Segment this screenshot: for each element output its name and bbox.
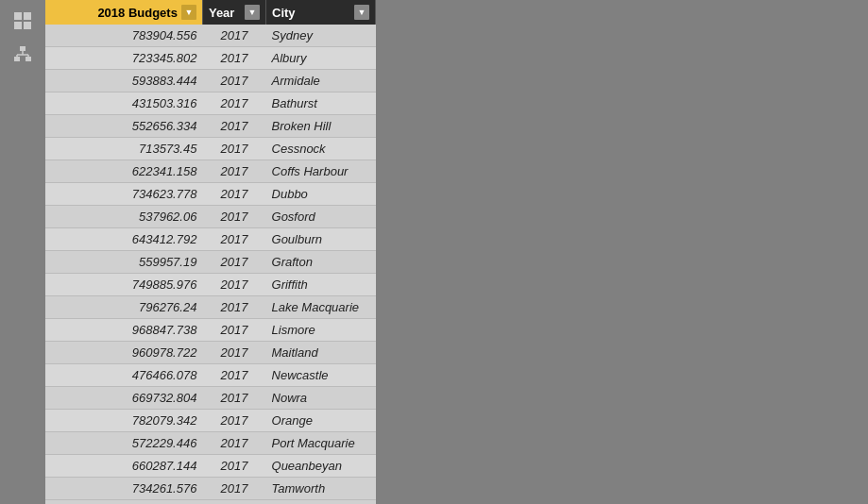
budget-dropdown-arrow[interactable]: ▼ — [181, 5, 196, 20]
table-row: 572229.4462017Port Macquarie — [45, 432, 376, 455]
column-header-city[interactable]: City ▼ — [266, 0, 376, 25]
cell-budget: 572229.446 — [45, 432, 202, 455]
cell-budget: 660287.144 — [45, 455, 202, 478]
cell-city: Newcastle — [266, 364, 376, 387]
cell-city: Lake Macquarie — [266, 296, 376, 319]
cell-year: 2017 — [202, 47, 265, 70]
table-row: 431503.3162017Bathurst — [45, 92, 376, 115]
left-panel — [0, 0, 45, 504]
cell-city: Sydney — [266, 25, 376, 47]
svg-rect-3 — [24, 22, 31, 29]
cell-year: 2017 — [202, 183, 265, 206]
table-row: 593883.4442017Armidale — [45, 70, 376, 92]
cell-budget: 749885.976 — [45, 274, 202, 296]
cell-budget: 734623.778 — [45, 183, 202, 206]
table-row: 559957.192017Grafton — [45, 251, 376, 274]
cell-budget: 559957.19 — [45, 251, 202, 274]
svg-rect-4 — [20, 46, 26, 51]
cell-budget: 960978.722 — [45, 342, 202, 364]
cell-city: Port Macquarie — [266, 432, 376, 455]
table-row: 476466.0782017Newcastle — [45, 364, 376, 387]
cell-year: 2017 — [202, 432, 265, 455]
cell-year: 2017 — [202, 274, 265, 296]
table-row: 749885.9762017Griffith — [45, 274, 376, 296]
cell-city: Queanbeyan — [266, 455, 376, 478]
cell-city: Grafton — [266, 251, 376, 274]
cell-year: 2017 — [202, 92, 265, 115]
cell-city: Armidale — [266, 70, 376, 92]
table-row: 782079.3422017Orange — [45, 410, 376, 432]
table-row: 660287.1442017Queanbeyan — [45, 455, 376, 478]
cell-city: Griffith — [266, 274, 376, 296]
svg-rect-2 — [14, 22, 22, 29]
cell-city: Dubbo — [266, 183, 376, 206]
cell-budget: 537962.06 — [45, 206, 202, 228]
cell-budget: 643412.792 — [45, 228, 202, 251]
cell-year: 2017 — [202, 387, 265, 410]
svg-rect-0 — [14, 12, 22, 20]
table-row: 796276.242017Lake Macquarie — [45, 296, 376, 319]
year-dropdown-arrow[interactable]: ▼ — [245, 5, 260, 20]
column-header-budget[interactable]: 2018 Budgets ▼ — [45, 0, 202, 25]
cell-year: 2017 — [202, 115, 265, 138]
cell-budget: 431503.316 — [45, 92, 202, 115]
cell-budget: 968847.738 — [45, 319, 202, 342]
cell-year: 2017 — [202, 251, 265, 274]
cell-city: Nowra — [266, 387, 376, 410]
cell-city: Albury — [266, 47, 376, 70]
cell-budget: 669732.804 — [45, 387, 202, 410]
table-row: 552656.3342017Broken Hill — [45, 115, 376, 138]
table-row: 669732.8042017Nowra — [45, 387, 376, 410]
table-row: 734261.5762017Tamworth — [45, 478, 376, 500]
table-row: 643412.7922017Goulburn — [45, 228, 376, 251]
cell-city: Goulburn — [266, 228, 376, 251]
cell-budget: 796276.24 — [45, 296, 202, 319]
cell-city: Coffs Harbour — [266, 160, 376, 183]
cell-budget: 783904.556 — [45, 25, 202, 47]
table-row: 783904.5562017Sydney — [45, 25, 376, 47]
cell-year: 2017 — [202, 478, 265, 500]
cell-budget: 593883.444 — [45, 70, 202, 92]
cell-year: 2017 — [202, 206, 265, 228]
cell-budget: 552656.334 — [45, 115, 202, 138]
cell-year: 2017 — [202, 228, 265, 251]
cell-year: 2017 — [202, 70, 265, 92]
table-row: 734623.7782017Dubbo — [45, 183, 376, 206]
right-area — [376, 0, 868, 504]
table-row: 723345.8022017Albury — [45, 47, 376, 70]
cell-budget: 713573.45 — [45, 138, 202, 160]
cell-year: 2017 — [202, 25, 265, 47]
table-row: 713573.452017Cessnock — [45, 138, 376, 160]
table-row: 622341.1582017Coffs Harbour — [45, 160, 376, 183]
cell-budget: 476466.078 — [45, 364, 202, 387]
cell-city: Tamworth — [266, 478, 376, 500]
svg-rect-6 — [26, 57, 31, 61]
data-table: 2018 Budgets ▼ Year ▼ City ▼ — [45, 0, 376, 500]
cell-year: 2017 — [202, 138, 265, 160]
cell-year: 2017 — [202, 342, 265, 364]
cell-city: Bathurst — [266, 92, 376, 115]
cell-year: 2017 — [202, 319, 265, 342]
cell-budget: 622341.158 — [45, 160, 202, 183]
cell-year: 2017 — [202, 296, 265, 319]
hierarchy-icon[interactable] — [8, 42, 38, 68]
cell-city: Maitland — [266, 342, 376, 364]
grid-icon[interactable] — [8, 8, 38, 34]
cell-year: 2017 — [202, 364, 265, 387]
cell-budget: 723345.802 — [45, 47, 202, 70]
cell-city: Gosford — [266, 206, 376, 228]
table-row: 968847.7382017Lismore — [45, 319, 376, 342]
data-table-container: 2018 Budgets ▼ Year ▼ City ▼ — [45, 0, 376, 504]
cell-year: 2017 — [202, 455, 265, 478]
column-header-year[interactable]: Year ▼ — [202, 0, 265, 25]
svg-rect-1 — [24, 12, 31, 20]
cell-year: 2017 — [202, 410, 265, 432]
table-header-row: 2018 Budgets ▼ Year ▼ City ▼ — [45, 0, 376, 25]
table-row: 960978.7222017Maitland — [45, 342, 376, 364]
cell-city: Orange — [266, 410, 376, 432]
cell-year: 2017 — [202, 160, 265, 183]
cell-city: Cessnock — [266, 138, 376, 160]
city-dropdown-arrow[interactable]: ▼ — [354, 5, 369, 20]
cell-budget: 782079.342 — [45, 410, 202, 432]
cell-city: Lismore — [266, 319, 376, 342]
